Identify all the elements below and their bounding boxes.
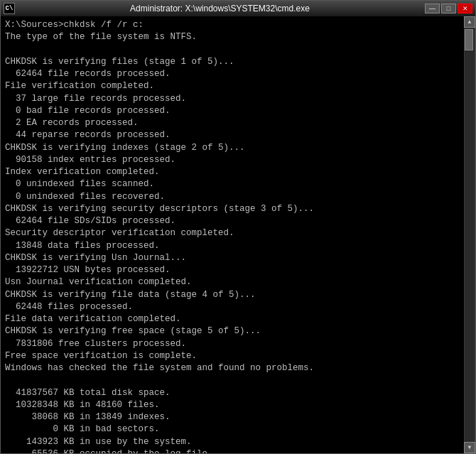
window-controls: — □ ✕ [425, 4, 472, 13]
console-text: X:\Sources>chkdsk /f /r c: The type of t… [5, 19, 471, 453]
scroll-down-button[interactable]: ▼ [464, 442, 475, 453]
cmd-icon: C\ [4, 3, 15, 14]
console-output: X:\Sources>chkdsk /f /r c: The type of t… [1, 16, 475, 453]
title-bar-left: C\ [4, 3, 15, 14]
title-bar: C\ Administrator: X:\windows\SYSTEM32\cm… [1, 1, 475, 16]
minimize-button[interactable]: — [425, 4, 440, 13]
scrollbar[interactable]: ▲ ▼ [464, 16, 475, 453]
cmd-window: C\ Administrator: X:\windows\SYSTEM32\cm… [0, 0, 476, 454]
scroll-up-button[interactable]: ▲ [464, 16, 475, 28]
scroll-thumb[interactable] [465, 29, 473, 50]
maximize-button[interactable]: □ [441, 4, 456, 13]
scroll-track [465, 28, 475, 442]
close-button[interactable]: ✕ [458, 4, 472, 13]
window-title: Administrator: X:\windows\SYSTEM32\cmd.e… [15, 4, 425, 13]
